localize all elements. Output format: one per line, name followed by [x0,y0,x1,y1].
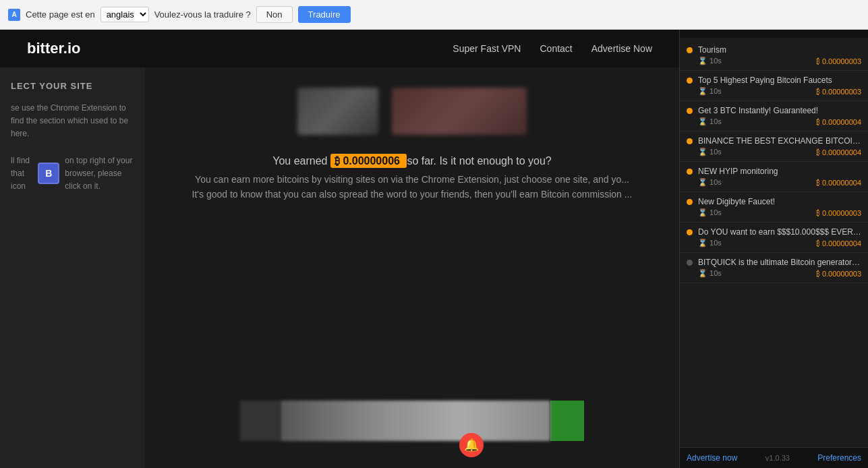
site-dot [687,169,693,175]
site-meta: ⌛ 10s ₿ 0.00000004 [698,148,861,156]
site-reward: ₿ 0.00000003 [816,270,861,278]
earned-amount: ₿ 0.00000006 [330,154,407,168]
site-meta: ⌛ 10s ₿ 0.00000003 [698,57,861,65]
site-list-item[interactable]: NEW HYIP monitoring ⌛ 10s ₿ 0.00000004 [680,162,868,192]
site-logo[interactable]: bitter.io [27,40,80,57]
sidebar-text2: ll find that icon [11,154,32,194]
site-timer: ⌛ 10s [698,208,722,217]
site-reward: ₿ 0.00000004 [816,118,861,126]
site-dot [687,78,693,84]
translate-button[interactable]: Traduire [298,6,351,23]
earned-suffix: so far. Is it not enough to you? [407,155,551,167]
earned-value: 0.00000006 [343,155,400,167]
left-sidebar: LECT YOUR SITE se use the Chrome Extensi… [0,67,145,468]
site-list-item[interactable]: Tourism ⌛ 10s ₿ 0.00000003 [680,40,868,71]
site-list-item[interactable]: Get 3 BTC Instantly! Guaranteed! ⌛ 10s ₿… [680,101,868,131]
site-dot [687,108,693,114]
site-timer: ⌛ 10s [698,57,722,65]
site-name: NEW HYIP monitoring [698,167,861,176]
site-meta: ⌛ 10s ₿ 0.00000004 [698,178,861,187]
site-info: Tourism ⌛ 10s ₿ 0.00000003 [698,45,861,65]
info-text-1: You can earn more bitcoins by visiting s… [195,174,629,185]
ad-images [297,88,527,135]
panel-footer: Advertise now v1.0.33 Preferences [680,447,868,468]
translate-no-button[interactable]: Non [256,6,293,23]
site-list-item[interactable]: New Digibyte Faucet! ⌛ 10s ₿ 0.00000003 [680,192,868,223]
site-nav: Super Fast VPN Contact Advertise Now [453,43,652,54]
site-reward: ₿ 0.00000003 [816,209,861,217]
site-timer: ⌛ 10s [698,178,722,187]
site-info: Do YOU want to earn $$$10.000$$$ EVERY .… [698,227,861,247]
site-name: New Digibyte Faucet! [698,197,861,206]
site-meta: ⌛ 10s ₿ 0.00000003 [698,269,861,278]
info-text-2: It's good to know that you can also spre… [192,189,633,200]
earned-prefix: You earned [272,155,327,167]
translate-page-lang: Cette page est en [26,9,95,20]
site-info: BINANCE THE BEST EXCHANGE BITCOIN!!! ...… [698,136,861,156]
translate-lang-select[interactable]: anglais [100,7,149,22]
site-name: Get 3 BTC Instantly! Guaranteed! [698,106,861,115]
site-dot [687,229,693,235]
ad-image-2 [392,88,527,135]
extension-icon: B [38,163,59,184]
site-list-item[interactable]: BITQUICK is the ultimate Bitcoin generat… [680,253,868,283]
site-reward: ₿ 0.00000004 [816,239,861,247]
site-dot [687,47,693,53]
panel-version: v1.0.33 [765,454,790,462]
site-dot [687,138,693,144]
site-reward: ₿ 0.00000003 [816,88,861,96]
site-timer: ⌛ 10s [698,148,722,156]
site-name: BITQUICK is the ultimate Bitcoin generat… [698,258,861,267]
site-header: bitter.io Super Fast VPN Contact Adverti… [0,30,679,67]
site-timer: ⌛ 10s [698,269,722,278]
site-dot [687,260,693,266]
site-dot [687,199,693,205]
bottom-ad-left [240,401,281,441]
site-name: Do YOU want to earn $$$10.000$$$ EVERY .… [698,227,861,237]
translate-question: Voulez-vous la traduire ? [154,9,251,20]
extension-panel: bitter.io Balance: 0.00000006 BTC Touris… [679,0,868,468]
nav-vpn[interactable]: Super Fast VPN [453,43,521,54]
site-name: Top 5 Highest Paying Bitcoin Faucets [698,76,861,85]
site-list-item[interactable]: Top 5 Highest Paying Bitcoin Faucets ⌛ 1… [680,71,868,101]
sidebar-text3: on top right of your browser, please cli… [65,154,134,194]
bottom-ad-container [240,401,584,441]
earned-text: You earned ₿ 0.00000006 so far. Is it no… [272,155,552,167]
site-meta: ⌛ 10s ₿ 0.00000003 [698,87,861,96]
site-info: BITQUICK is the ultimate Bitcoin generat… [698,258,861,278]
site-reward: ₿ 0.00000003 [816,57,861,65]
notification-bell[interactable]: 🔔 [459,433,484,457]
translate-icon: A [8,9,20,21]
site-info: Top 5 Highest Paying Bitcoin Faucets ⌛ 1… [698,76,861,96]
site-timer: ⌛ 10s [698,87,722,96]
site-info: NEW HYIP monitoring ⌛ 10s ₿ 0.00000004 [698,167,861,187]
site-name: Tourism [698,45,861,55]
sidebar-text1: se use the Chrome Extension to find the … [11,102,134,141]
bitcoin-symbol: ₿ [335,155,340,167]
site-timer: ⌛ 10s [698,239,722,247]
site-list-item[interactable]: BINANCE THE BEST EXCHANGE BITCOIN!!! ...… [680,131,868,162]
site-timer: ⌛ 10s [698,117,722,126]
site-list-item[interactable]: Do YOU want to earn $$$10.000$$$ EVERY .… [680,223,868,253]
site-meta: ⌛ 10s ₿ 0.00000003 [698,208,861,217]
site-reward: ₿ 0.00000004 [816,179,861,187]
bottom-ad-main [281,401,550,441]
site-info: New Digibyte Faucet! ⌛ 10s ₿ 0.00000003 [698,197,861,217]
panel-site-list[interactable]: Tourism ⌛ 10s ₿ 0.00000003 Top 5 Highest… [680,38,868,447]
site-name: BINANCE THE BEST EXCHANGE BITCOIN!!! ... [698,136,861,146]
advertise-now-link[interactable]: Advertise now [687,453,737,463]
translation-bar: A Cette page est en anglais Voulez-vous … [0,0,868,30]
ad-image-1 [297,88,378,135]
bottom-ad-right [550,401,584,441]
site-meta: ⌛ 10s ₿ 0.00000004 [698,117,861,126]
site-info: Get 3 BTC Instantly! Guaranteed! ⌛ 10s ₿… [698,106,861,126]
sidebar-title: LECT YOUR SITE [11,81,134,91]
bottom-ad-bar [145,401,679,441]
site-meta: ⌛ 10s ₿ 0.00000004 [698,239,861,247]
sidebar-icon-row: ll find that icon B on top right of your… [11,154,134,194]
site-reward: ₿ 0.00000004 [816,148,861,156]
nav-advertise[interactable]: Advertise Now [591,43,652,54]
site-area: bitter.io Super Fast VPN Contact Adverti… [0,30,679,468]
preferences-link[interactable]: Preferences [817,453,861,463]
nav-contact[interactable]: Contact [540,43,572,54]
